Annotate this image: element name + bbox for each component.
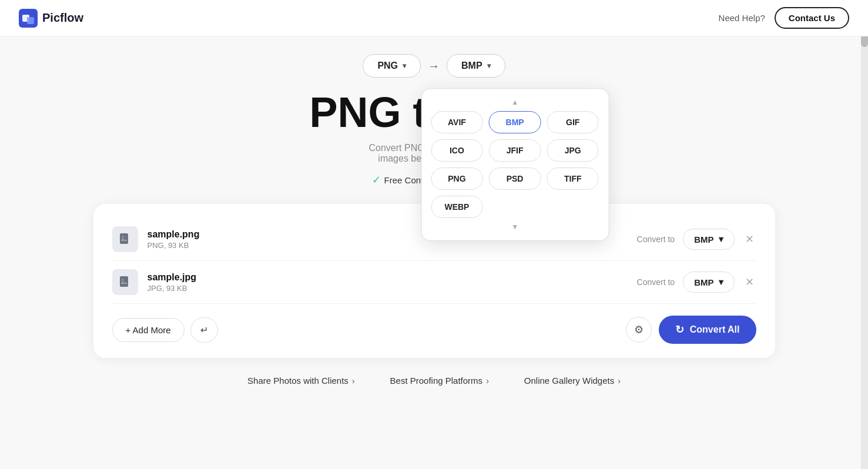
arrow-icon: → [428, 59, 440, 73]
toolbar-right: ⚙ ↻ Convert All [626, 316, 756, 344]
chevron-right-icon-1: › [352, 376, 355, 386]
convert-all-label: Convert All [690, 324, 740, 335]
format-option-tiff[interactable]: TIFF [547, 168, 599, 190]
file-format-dropdown-1[interactable]: BMP ▾ [683, 229, 734, 250]
format-option-gif[interactable]: GIF [547, 111, 599, 133]
file-meta-1: PNG, 93 KB [148, 241, 637, 250]
source-format-button[interactable]: PNG ▾ [363, 54, 421, 78]
convert-to-label-2: Convert to [637, 277, 675, 287]
format-option-jpg[interactable]: JPG [547, 139, 599, 162]
svg-rect-5 [120, 276, 128, 287]
free-check-icon: ✓ [372, 173, 381, 186]
header-right: Need Help? Contact Us [719, 7, 849, 29]
toolbar-left: + Add More ↵ [112, 317, 218, 343]
target-format-label: BMP [461, 61, 482, 71]
svg-point-4 [122, 236, 123, 238]
bottom-link-3[interactable]: Online Gallery Widgets › [524, 376, 621, 386]
format-option-avif[interactable]: AVIF [431, 111, 483, 133]
svg-point-6 [122, 279, 123, 281]
bottom-links-row: Share Photos with Clients › Best Proofin… [47, 358, 821, 391]
bottom-link-1-label: Share Photos with Clients [247, 376, 348, 386]
bottom-link-1[interactable]: Share Photos with Clients › [247, 376, 354, 386]
scroll-up-indicator: ▲ [431, 98, 599, 106]
file-actions-1: Convert to BMP ▾ ✕ [637, 229, 756, 250]
header: Picflow Need Help? Contact Us [0, 0, 868, 36]
return-icon: ↵ [200, 324, 208, 336]
file-thumbnail-1 [112, 226, 138, 252]
target-chevron-icon: ▾ [487, 62, 491, 70]
contact-button[interactable]: Contact Us [775, 7, 849, 29]
logo: Picflow [19, 9, 83, 28]
file-info-2: sample.jpg JPG, 93 KB [148, 272, 637, 293]
need-help-text: Need Help? [719, 13, 765, 23]
chevron-right-icon-2: › [486, 376, 489, 386]
format-option-webp[interactable]: WEBP [431, 196, 483, 218]
file-format-value-2: BMP [694, 277, 713, 287]
gear-icon: ⚙ [634, 323, 644, 336]
file-actions-2: Convert to BMP ▾ ✕ [637, 272, 756, 293]
format-grid: AVIF BMP GIF ICO JFIF JPG PNG PSD TIFF W… [431, 111, 599, 218]
scroll-down-indicator: ▼ [431, 223, 599, 231]
file-card-toolbar: + Add More ↵ ⚙ ↻ Convert All [112, 304, 756, 344]
file-thumbnail-2 [112, 269, 138, 295]
remove-file-2-button[interactable]: ✕ [743, 273, 756, 291]
file-meta-2: JPG, 93 KB [148, 284, 637, 293]
add-more-label: + Add More [126, 325, 171, 335]
format-option-jfif[interactable]: JFIF [489, 139, 541, 162]
file-format-chevron-1: ▾ [719, 234, 723, 244]
convert-to-label-1: Convert to [637, 235, 675, 244]
format-option-ico[interactable]: ICO [431, 139, 483, 162]
svg-rect-2 [27, 17, 34, 24]
image-file-icon [118, 232, 132, 246]
file-format-chevron-2: ▾ [719, 277, 723, 287]
refresh-icon: ↻ [675, 323, 684, 336]
bottom-link-3-label: Online Gallery Widgets [524, 376, 614, 386]
logo-icon [19, 9, 38, 28]
target-format-button[interactable]: BMP ▾ [447, 54, 505, 78]
source-format-label: PNG [377, 61, 398, 71]
add-more-button[interactable]: + Add More [112, 318, 185, 342]
remove-file-1-button[interactable]: ✕ [743, 230, 756, 248]
format-selector-row: PNG ▾ → BMP ▾ [47, 54, 821, 78]
svg-rect-3 [120, 233, 128, 244]
main-content: PNG ▾ → BMP ▾ ▲ AVIF BMP GIF ICO JFIF JP… [0, 36, 868, 415]
chevron-right-icon-3: › [618, 376, 621, 386]
format-option-png[interactable]: PNG [431, 168, 483, 190]
table-row: sample.jpg JPG, 93 KB Convert to BMP ▾ ✕ [112, 261, 756, 304]
file-format-dropdown-2[interactable]: BMP ▾ [683, 272, 734, 293]
image-file-icon [118, 275, 132, 289]
bottom-link-2[interactable]: Best Proofing Platforms › [390, 376, 489, 386]
source-chevron-icon: ▾ [403, 62, 406, 70]
format-option-bmp[interactable]: BMP [489, 111, 541, 133]
convert-all-button[interactable]: ↻ Convert All [659, 316, 756, 344]
file-name-2: sample.jpg [148, 272, 637, 283]
format-option-psd[interactable]: PSD [489, 168, 541, 190]
file-format-value-1: BMP [694, 235, 713, 244]
logo-text: Picflow [42, 11, 83, 25]
return-button[interactable]: ↵ [190, 317, 218, 343]
settings-button[interactable]: ⚙ [626, 317, 652, 343]
format-dropdown: ▲ AVIF BMP GIF ICO JFIF JPG PNG PSD TIFF… [421, 88, 609, 241]
bottom-link-2-label: Best Proofing Platforms [390, 376, 483, 386]
